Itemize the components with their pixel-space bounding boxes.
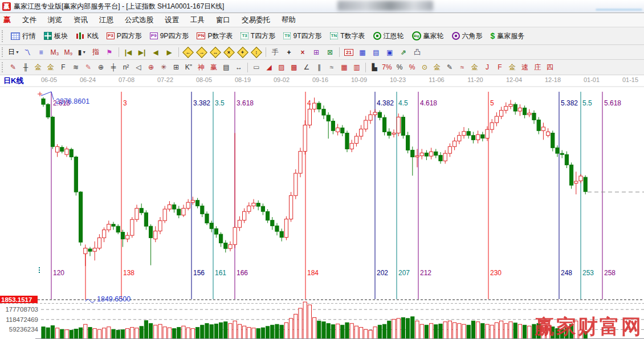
next-button[interactable]: ▶ (163, 47, 176, 58)
grid-tool-button[interactable]: ⊞ (310, 47, 323, 58)
j-line-icon[interactable]: J (482, 62, 494, 73)
first-page-button[interactable]: |◀ (122, 47, 134, 58)
menu-item-0[interactable]: 文件 (17, 14, 42, 26)
quotes-button[interactable]: 行情 (7, 28, 40, 43)
period-daily-button[interactable]: 日▼ (7, 47, 20, 58)
color-chart-icon[interactable]: ⚑ (103, 47, 116, 58)
p-square-button[interactable]: P3P四方形 (103, 28, 146, 43)
save-icon[interactable]: ▣ (384, 47, 396, 58)
pattern-tool-button[interactable]: ⊠ (324, 47, 336, 58)
scale-chart-icon[interactable]: ▙ (369, 62, 381, 73)
notepad-icon[interactable]: ▤ (370, 47, 382, 58)
zigzag-icon[interactable]: ≈ (326, 62, 338, 73)
gold-line-icon[interactable]: 金 (431, 62, 443, 73)
shen-tool-icon[interactable]: 神 (195, 62, 207, 73)
menu-item-7[interactable]: 窗口 (210, 14, 236, 26)
f-line-icon[interactable]: F (494, 62, 506, 73)
winner-service-button[interactable]: $赢家服务 (487, 28, 529, 43)
9t-square-button[interactable]: T99T四方形 (279, 28, 325, 43)
sectors-button[interactable]: 板块 (40, 28, 72, 43)
h-zoom-button[interactable]: ↔ (209, 47, 222, 58)
ruler123-icon[interactable]: ▤ (221, 62, 233, 73)
ying-tool-icon[interactable]: 赢 (208, 62, 220, 73)
speed-line-icon[interactable]: 速 (519, 62, 531, 73)
box-fan-icon[interactable]: ▭ (251, 62, 263, 73)
star-web-icon[interactable]: ✳ (158, 62, 170, 73)
chart-area[interactable]: 日K线06-0506-2407-0807-2208-0508-1909-0209… (0, 75, 644, 339)
wave-icon[interactable]: ≈ (456, 62, 468, 73)
fib-icon[interactable]: F (58, 62, 70, 73)
angle-mirror-icon[interactable]: ◁ (133, 62, 145, 73)
angle-line-icon[interactable]: ∠ (301, 62, 313, 73)
t-table-button[interactable]: TNT数字表 (326, 28, 369, 43)
gold-circle-icon[interactable]: ⊙ (419, 62, 431, 73)
target-icon[interactable]: ⊕ (145, 62, 157, 73)
menu-item-8[interactable]: 交易委托 (236, 14, 276, 26)
four-line-icon[interactable]: 四 (544, 62, 556, 73)
k-mark-icon[interactable]: K" (183, 62, 195, 73)
ma9-chart-icon[interactable]: M₉ (62, 47, 75, 58)
toolbar-grip[interactable] (2, 47, 5, 58)
winner-wheel-button[interactable]: Big赢家轮 (408, 28, 448, 43)
indicator-icon[interactable]: 指 (89, 47, 102, 58)
parallel-lines-icon[interactable]: ∥ (313, 62, 325, 73)
ma3-chart-icon[interactable]: M₃ (48, 47, 61, 58)
circle-cycle-icon[interactable]: ⊕ (95, 62, 107, 73)
box-net-icon[interactable]: ▩ (288, 62, 300, 73)
menu-item-5[interactable]: 设置 (159, 14, 185, 26)
gold-section2-icon[interactable]: 金 (45, 62, 57, 73)
box-grid-icon[interactable]: ▨ (276, 62, 288, 73)
fit-all-button[interactable]: ↕ (250, 47, 263, 58)
banker-line-icon[interactable]: 庄 (532, 62, 544, 73)
grid-fill-icon[interactable]: ▦ (339, 62, 350, 73)
gann-grid-icon[interactable]: ╫ (20, 62, 32, 73)
erase-tool-button[interactable]: × (296, 47, 309, 58)
kline-button[interactable]: K线 (72, 28, 103, 43)
percent-icon[interactable]: % (394, 62, 406, 73)
print-icon[interactable]: 凸 (411, 47, 423, 58)
menu-item-1[interactable]: 浏览 (42, 14, 68, 26)
spider-web-icon[interactable]: ⊞ (170, 62, 182, 73)
export-icon[interactable]: ⇗ (397, 47, 410, 58)
n-square-icon[interactable]: n² (120, 62, 132, 73)
grid-cols-icon[interactable]: ▥ (351, 62, 363, 73)
trend-chart-icon[interactable]: 〽 (21, 47, 34, 58)
h-measure-icon[interactable]: ↔ (233, 62, 245, 73)
menu-item-6[interactable]: 工具 (185, 14, 210, 26)
t-square-button[interactable]: T3T四方形 (237, 28, 279, 43)
percent-line-icon[interactable]: % (406, 62, 418, 73)
pan-left-button[interactable]: ← (182, 47, 194, 58)
gold-speed-icon[interactable]: 金 (507, 62, 519, 73)
pencil-tool-icon[interactable]: ✎ (7, 62, 19, 73)
toolbar-grip[interactable] (2, 30, 5, 42)
calculator-icon[interactable]: ▦ (356, 47, 369, 58)
ruler-icon[interactable]: ╪ (108, 62, 120, 73)
menu-item-2[interactable]: 资讯 (68, 14, 93, 26)
menu-item-4[interactable]: 公式选股 (119, 14, 159, 26)
menu-item-9[interactable]: 帮助 (276, 14, 301, 26)
svg-text:07-22: 07-22 (157, 76, 173, 83)
gold-angle-icon[interactable]: 金 (469, 62, 481, 73)
zoom-in-button[interactable]: + (237, 47, 249, 58)
quote-list-icon[interactable]: ≡ (35, 47, 47, 58)
last-page-button[interactable]: ▶| (136, 47, 148, 58)
hand-tool-button[interactable]: 手 (269, 47, 282, 58)
gann-fan-icon[interactable]: ◢ (263, 62, 275, 73)
coil-icon[interactable]: ≋ (70, 62, 82, 73)
crosshair-tool-button[interactable]: + (283, 47, 295, 58)
p-table-button[interactable]: PNP数字表 (193, 28, 237, 43)
menu-item-3[interactable]: 江恩 (93, 14, 119, 26)
gann-wheel-button[interactable]: 江恩轮 (369, 28, 408, 43)
candle-style-button[interactable]: ▮▼ (76, 47, 88, 58)
measure-pencil-icon[interactable]: ✎ (83, 62, 95, 73)
zoom-out-button[interactable]: × (223, 47, 235, 58)
pan-right-button[interactable]: → (195, 47, 208, 58)
9p-square-button[interactable]: P99P四方形 (146, 28, 193, 43)
hexagon-button[interactable]: 六角形 (448, 28, 487, 43)
gold-section-icon[interactable]: 金 (32, 62, 44, 73)
pencil-b-icon[interactable]: ✎ (444, 62, 456, 73)
toolbar-grip[interactable] (2, 62, 5, 72)
prev-button[interactable]: ◀ (149, 47, 162, 58)
calendar-icon[interactable]: 21 (343, 47, 355, 58)
percent7-icon[interactable]: 7% (381, 62, 393, 73)
